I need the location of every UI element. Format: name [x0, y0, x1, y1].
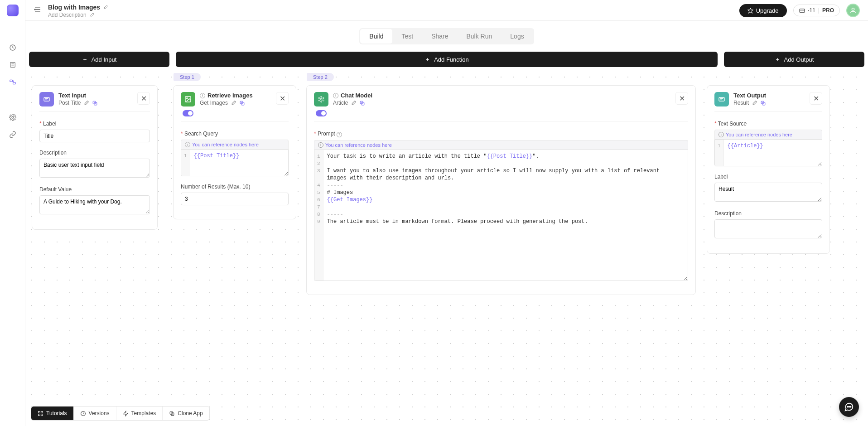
card-type: Text Output: [733, 92, 766, 99]
reference-hint: i You can reference nodes here: [714, 130, 822, 139]
versions-button[interactable]: Versions: [74, 407, 116, 420]
svg-point-47: [850, 407, 851, 407]
card-name: Get Images: [200, 100, 228, 106]
canvas[interactable]: Text Input Post Title ✕ Label: [25, 71, 868, 426]
app-logo[interactable]: [7, 5, 19, 16]
edit-title-icon[interactable]: [103, 5, 108, 10]
close-button[interactable]: ✕: [276, 92, 289, 105]
info-icon: i: [318, 142, 323, 148]
plus-icon: ＋: [82, 55, 88, 63]
enable-toggle[interactable]: [183, 110, 193, 116]
svg-point-28: [318, 100, 320, 101]
action-bar: ＋ Add Input ＋ Add Function ＋ Add Output: [25, 52, 868, 67]
dashboard-icon[interactable]: [9, 44, 17, 52]
card-name: Result: [733, 100, 749, 106]
svg-rect-4: [10, 80, 12, 82]
help-chat-button[interactable]: [839, 397, 859, 417]
clone-app-button[interactable]: Clone App: [163, 407, 209, 420]
tab-bulk-run[interactable]: Bulk Run: [458, 29, 502, 44]
info-icon: i: [719, 132, 724, 137]
enable-toggle[interactable]: [316, 110, 327, 116]
tab-test[interactable]: Test: [392, 29, 422, 44]
prompt-input[interactable]: 123456789 Your task is to write an artic…: [314, 150, 688, 281]
svg-rect-32: [719, 97, 724, 101]
edit-icon[interactable]: [351, 100, 357, 106]
retrieve-images-card: Step 1 i Retrieve Images: [173, 85, 296, 219]
add-output-button[interactable]: ＋ Add Output: [724, 52, 864, 67]
tab-share[interactable]: Share: [422, 29, 457, 44]
copy-icon[interactable]: [239, 100, 245, 106]
templates-button[interactable]: Templates: [116, 407, 163, 420]
list-icon[interactable]: [9, 61, 17, 69]
description-input[interactable]: Basic user text input field: [39, 159, 150, 178]
card-name: Article: [333, 100, 348, 106]
edit-icon[interactable]: [83, 100, 89, 106]
header: Blog with Images Add Description Upgrade…: [25, 0, 868, 21]
default-value-input[interactable]: A Guide to Hiking with your Dog.: [39, 195, 150, 214]
tutorials-button[interactable]: Tutorials: [31, 407, 74, 420]
svg-rect-39: [39, 414, 40, 416]
label-input[interactable]: Result: [714, 183, 822, 202]
svg-point-45: [847, 407, 848, 407]
credits-pill[interactable]: -11 | PRO: [793, 5, 840, 16]
add-function-button[interactable]: ＋ Add Function: [176, 52, 718, 67]
builder-icon[interactable]: [9, 78, 17, 86]
svg-point-24: [321, 96, 322, 97]
search-query-input[interactable]: 1 {{Post Title}}: [181, 149, 289, 176]
edit-icon[interactable]: [752, 100, 757, 106]
card-name: Post Title: [58, 100, 81, 106]
svg-point-13: [852, 8, 854, 10]
credits-value: -11: [808, 7, 815, 14]
text-source-label: Text Source: [714, 121, 822, 127]
tab-build[interactable]: Build: [360, 29, 392, 44]
card-type: Chat Model: [341, 92, 372, 99]
prompt-label: Prompt ?: [314, 131, 688, 137]
settings-icon[interactable]: [9, 113, 17, 121]
plan-label: PRO: [822, 7, 834, 14]
svg-rect-40: [41, 414, 43, 416]
close-button[interactable]: ✕: [810, 92, 822, 105]
reference-hint: i You can reference nodes here: [181, 140, 289, 149]
help-icon[interactable]: ?: [337, 132, 342, 137]
reference-hint: i You can reference nodes here: [314, 140, 688, 150]
num-results-input[interactable]: [181, 193, 289, 205]
tab-logs[interactable]: Logs: [501, 29, 533, 44]
step-tag: Step 2: [307, 73, 334, 81]
add-input-button[interactable]: ＋ Add Input: [29, 52, 169, 67]
card-type: Retrieve Images: [207, 92, 253, 99]
link-icon[interactable]: [9, 131, 17, 139]
search-query-label: Search Query: [181, 131, 289, 137]
svg-point-46: [849, 407, 850, 407]
text-output-icon: [714, 92, 729, 106]
edit-description-icon[interactable]: [89, 12, 95, 18]
text-source-input[interactable]: 1 {{Article}}: [714, 139, 822, 166]
edit-icon[interactable]: [231, 100, 236, 106]
tabs-row: Build Test Share Bulk Run Logs: [25, 21, 868, 52]
chat-icon: [844, 402, 854, 412]
copy-icon[interactable]: [92, 100, 98, 106]
text-input-card: Text Input Post Title ✕ Label: [32, 85, 158, 230]
menu-toggle-icon[interactable]: [34, 5, 42, 14]
upgrade-button[interactable]: Upgrade: [739, 4, 787, 17]
text-output-card: Text Output Result ✕ Text Source: [707, 85, 830, 254]
close-button[interactable]: ✕: [137, 92, 150, 105]
label-input[interactable]: [39, 130, 150, 142]
description-input[interactable]: [714, 219, 822, 238]
label-label: Label: [39, 121, 150, 127]
svg-rect-37: [39, 411, 40, 413]
svg-rect-11: [800, 9, 805, 12]
copy-icon[interactable]: [359, 100, 365, 106]
text-input-icon: [39, 92, 54, 106]
plus-icon: ＋: [424, 55, 430, 63]
info-icon: i: [185, 142, 190, 147]
add-description[interactable]: Add Description: [48, 12, 87, 18]
close-button[interactable]: ✕: [675, 92, 688, 105]
info-icon[interactable]: i: [333, 93, 338, 98]
info-icon[interactable]: i: [200, 93, 205, 98]
svg-point-23: [320, 98, 322, 100]
user-avatar[interactable]: [846, 4, 860, 17]
svg-point-27: [321, 101, 322, 102]
svg-point-6: [12, 116, 14, 118]
copy-icon[interactable]: [760, 100, 766, 106]
svg-point-25: [323, 97, 324, 99]
